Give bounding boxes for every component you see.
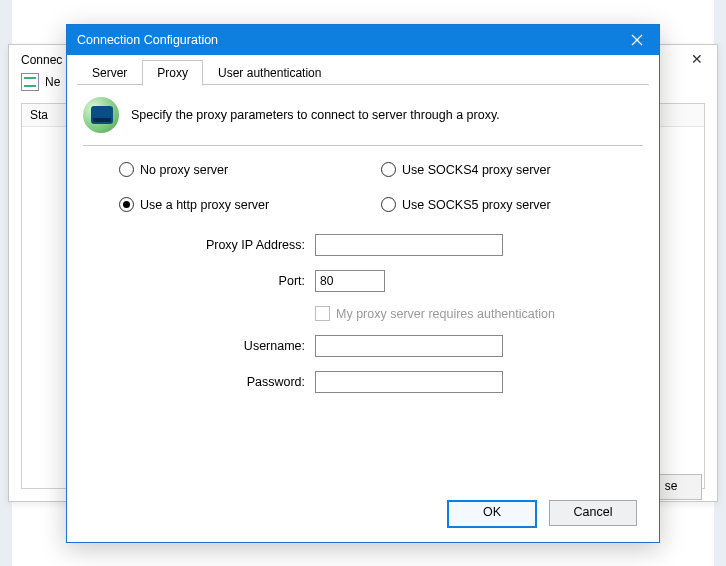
ok-button[interactable]: OK <box>447 500 537 528</box>
radio-icon <box>381 162 396 177</box>
auth-checkbox-label: My proxy server requires authentication <box>336 307 555 321</box>
auth-checkbox-row: My proxy server requires authentication <box>315 306 575 321</box>
label-username: Username: <box>105 339 305 353</box>
radio-icon <box>119 162 134 177</box>
divider <box>83 145 643 146</box>
radio-no-proxy[interactable]: No proxy server <box>119 162 381 177</box>
dialog-title: Connection Configuration <box>77 33 218 47</box>
new-document-icon[interactable] <box>21 73 39 91</box>
tabs: Server Proxy User authentication <box>77 59 649 85</box>
connection-config-dialog: Connection Configuration Server Proxy Us… <box>66 24 660 543</box>
radio-http-proxy[interactable]: Use a http proxy server <box>119 197 381 212</box>
cancel-button[interactable]: Cancel <box>549 500 637 526</box>
dialog-titlebar: Connection Configuration <box>67 25 659 55</box>
label-port: Port: <box>105 274 305 288</box>
radio-icon <box>381 197 396 212</box>
username-input[interactable] <box>315 335 503 357</box>
password-input[interactable] <box>315 371 503 393</box>
tab-user-authentication[interactable]: User authentication <box>203 60 336 85</box>
proxy-ip-input[interactable] <box>315 234 503 256</box>
radio-label: No proxy server <box>140 163 228 177</box>
label-proxy-ip: Proxy IP Address: <box>105 238 305 252</box>
section-header: Specify the proxy parameters to connect … <box>77 85 649 145</box>
proxy-mode-radios: No proxy server Use SOCKS4 proxy server … <box>77 162 649 212</box>
dialog-close-button[interactable] <box>615 25 659 55</box>
auth-checkbox[interactable] <box>315 306 330 321</box>
bg-window-close-icon[interactable]: ✕ <box>677 45 717 73</box>
bg-new-label: Ne <box>45 75 60 89</box>
close-icon <box>631 34 643 46</box>
dialog-body: Server Proxy User authentication Specify… <box>67 55 659 494</box>
dialog-footer: OK Cancel <box>67 494 659 542</box>
radio-label: Use a http proxy server <box>140 198 269 212</box>
proxy-form: Proxy IP Address: Port: My proxy server … <box>77 234 649 393</box>
tab-server[interactable]: Server <box>77 60 142 85</box>
proxy-icon <box>83 97 119 133</box>
radio-label: Use SOCKS4 proxy server <box>402 163 551 177</box>
radio-socks4[interactable]: Use SOCKS4 proxy server <box>381 162 643 177</box>
radio-label: Use SOCKS5 proxy server <box>402 198 551 212</box>
radio-socks5[interactable]: Use SOCKS5 proxy server <box>381 197 643 212</box>
label-password: Password: <box>105 375 305 389</box>
radio-icon <box>119 197 134 212</box>
proxy-port-input[interactable] <box>315 270 385 292</box>
tab-proxy[interactable]: Proxy <box>142 60 203 86</box>
section-description: Specify the proxy parameters to connect … <box>131 108 500 122</box>
